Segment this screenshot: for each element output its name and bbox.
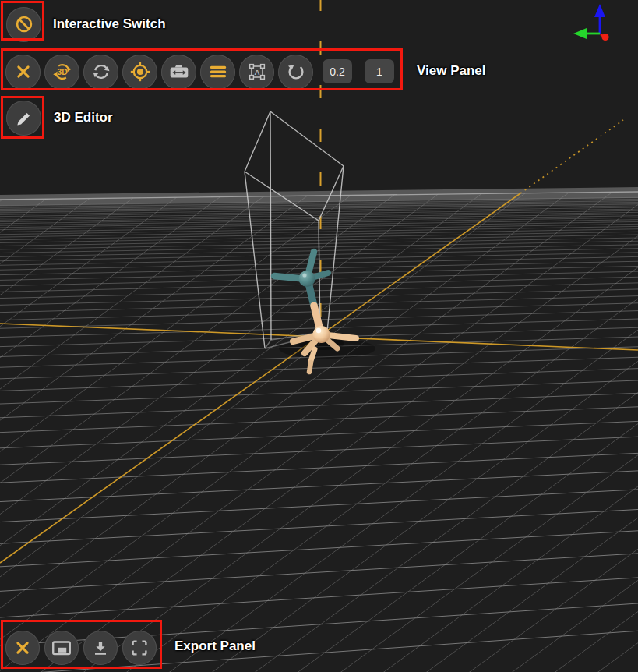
snapshot-button[interactable] xyxy=(44,631,79,665)
export-panel-label: Export Panel xyxy=(174,638,256,654)
tan-torso-sphere xyxy=(313,326,330,343)
refresh-icon xyxy=(90,61,112,83)
close-view-button[interactable] xyxy=(5,55,41,90)
scale-input[interactable] xyxy=(365,59,394,83)
view-panel-label: View Panel xyxy=(417,63,486,79)
edit-3d-button[interactable] xyxy=(6,101,41,136)
fullscreen-button[interactable] xyxy=(122,631,157,665)
3d-viewport[interactable] xyxy=(0,0,638,672)
target-icon xyxy=(129,61,151,83)
select-area-button[interactable]: A xyxy=(239,55,274,90)
refresh-button[interactable] xyxy=(83,55,118,90)
reset-rotation-button[interactable] xyxy=(278,55,313,90)
y-axis-dotted-line xyxy=(520,120,623,193)
speed-input[interactable] xyxy=(323,59,352,83)
svg-text:A: A xyxy=(254,68,259,76)
close-export-button[interactable] xyxy=(5,631,40,665)
fullscreen-icon xyxy=(129,637,150,659)
recenter-button[interactable] xyxy=(122,55,157,90)
menu-button[interactable] xyxy=(200,55,235,90)
3d-viewer-stage: 3D A xyxy=(0,0,638,672)
menu-icon xyxy=(207,61,229,83)
close-icon xyxy=(12,61,34,83)
editor-label: 3D Editor xyxy=(54,110,113,126)
rotate-ccw-icon xyxy=(285,61,307,83)
download-icon xyxy=(90,637,111,659)
ban-icon xyxy=(13,13,35,35)
close-icon xyxy=(12,637,33,659)
camera-pan-button[interactable] xyxy=(161,55,196,90)
rotate-3d-button[interactable]: 3D xyxy=(44,55,79,90)
pip-icon xyxy=(51,637,72,659)
interactive-switch-button[interactable] xyxy=(6,7,41,42)
rotate-3d-icon: 3D xyxy=(51,61,73,83)
camera-pan-icon xyxy=(168,61,190,83)
pencil-icon xyxy=(13,108,35,129)
svg-text:3D: 3D xyxy=(57,68,67,76)
y-axis-line xyxy=(0,193,520,563)
select-area-icon: A xyxy=(246,61,268,83)
axes-gizmo[interactable] xyxy=(573,4,609,41)
download-button[interactable] xyxy=(83,631,118,665)
teal-torso-sphere xyxy=(299,271,315,287)
interactive-switch-label: Interactive Switch xyxy=(53,16,166,32)
